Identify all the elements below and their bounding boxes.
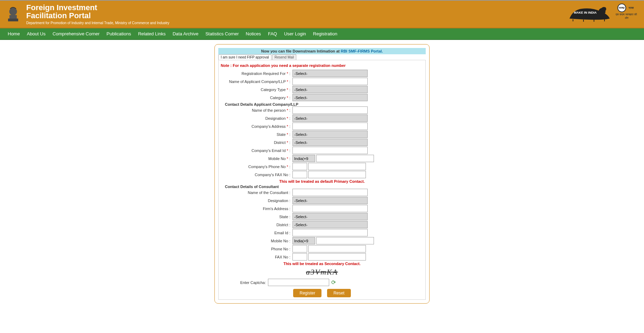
nav-registration[interactable]: Registration	[310, 28, 341, 39]
nav-notices[interactable]: Notices	[242, 28, 264, 39]
label-captcha: Enter Captcha:	[221, 280, 268, 285]
make-in-india-text: MAKE IN INDIA	[574, 11, 597, 14]
select-cat-type[interactable]: -Select-	[292, 86, 368, 93]
reset-button[interactable]: Reset	[327, 289, 351, 297]
label-c-fax: FAX No :	[221, 255, 292, 259]
label-c-addr: Firm's Address :	[221, 207, 292, 211]
label-state: State * :	[221, 132, 292, 137]
input-email[interactable]	[292, 147, 368, 154]
input-company[interactable]	[292, 78, 368, 85]
select-c-desig[interactable]: -Select-	[292, 197, 368, 204]
input-c-fax[interactable]	[308, 253, 366, 261]
label-c-email: Email Id :	[221, 231, 292, 235]
label-person: Name of the person * :	[221, 108, 292, 112]
label-fax: Company's FAX No :	[221, 173, 292, 177]
select-designation[interactable]: -Select-	[292, 115, 368, 122]
info-banner: Now you can file Downstream Intimation a…	[218, 48, 426, 54]
form-tabs: I am sure I need FIFP approval Resend Ma…	[218, 54, 426, 60]
label-c-district: District :	[221, 223, 292, 227]
label-reg-for: Registration Required For * :	[221, 71, 292, 76]
select-reg-for[interactable]: -Select-	[292, 70, 368, 77]
select-district[interactable]: -Select-	[292, 139, 368, 146]
make-in-india-logo: MAKE IN INDIA	[568, 5, 611, 22]
swachh-tagline: एक कदम स्वच्छता की ओर	[615, 13, 638, 20]
input-c-phone-std[interactable]	[292, 245, 307, 252]
input-c-mobile[interactable]	[316, 237, 374, 244]
nav-home[interactable]: Home	[4, 28, 23, 39]
rbi-link[interactable]: RBI SMF-FIRMS Portal.	[341, 49, 383, 53]
site-title: Foreign InvestmentFacilitation Portal	[26, 4, 169, 20]
label-c-desig: Designation :	[221, 199, 292, 203]
select-c-mobile-code[interactable]: India(+91)	[292, 237, 315, 244]
section-consultant: Contact Details of Consultant	[221, 185, 423, 189]
input-phone[interactable]	[308, 163, 366, 170]
label-email: Company's Email Id * :	[221, 148, 292, 153]
label-c-phone: Phone No :	[221, 247, 292, 251]
input-c-email[interactable]	[292, 229, 368, 236]
swachh-circle-1: स्वच्छ	[617, 4, 626, 12]
select-c-district[interactable]: -Select-	[292, 221, 368, 228]
nav-publications[interactable]: Publications	[103, 28, 135, 39]
input-address[interactable]	[292, 123, 368, 130]
swachh-bharat-logo: स्वच्छ भारत एक कदम स्वच्छता की ओर	[615, 4, 638, 23]
site-header: Foreign InvestmentFacilitation Portal De…	[0, 0, 644, 28]
input-phone-std[interactable]	[292, 163, 307, 170]
registration-form: Note : For each application you need a s…	[218, 60, 426, 300]
label-company: Name of Applicant Company/LLP * :	[221, 79, 292, 84]
input-fax[interactable]	[308, 171, 366, 178]
input-c-name[interactable]	[292, 189, 368, 196]
tab-fifp-approval[interactable]: I am sure I need FIFP approval	[218, 54, 271, 60]
label-c-state: State :	[221, 215, 292, 219]
label-designation: Designation * :	[221, 116, 292, 120]
label-district: District * :	[221, 140, 292, 145]
label-address: Company's Address * :	[221, 124, 292, 129]
input-c-fax-std[interactable]	[292, 253, 307, 261]
label-phone: Company's Phone No * :	[221, 165, 292, 169]
select-mobile-code[interactable]: India(+91)	[292, 155, 315, 162]
input-person[interactable]	[292, 106, 368, 114]
header-title-block: Foreign InvestmentFacilitation Portal De…	[26, 4, 169, 25]
section-applicant: Contact Details Applicant Company/LLP	[221, 102, 423, 106]
national-emblem-icon	[5, 5, 21, 24]
nav-statistics[interactable]: Statistics Corner	[202, 28, 242, 39]
input-c-phone[interactable]	[308, 245, 366, 252]
form-note: Note : For each application you need a s…	[221, 62, 423, 70]
nav-login[interactable]: User Login	[281, 28, 310, 39]
label-mobile: Mobile No * :	[221, 157, 292, 161]
select-category[interactable]: -Select-	[292, 94, 368, 101]
nav-archive[interactable]: Data Archive	[169, 28, 202, 39]
tab-resend-mail[interactable]: Resend Mail	[272, 54, 297, 60]
header-logos: MAKE IN INDIA स्वच्छ भारत एक कदम स्वच्छत…	[568, 4, 638, 23]
input-fax-std[interactable]	[292, 171, 307, 178]
nav-comprehensive[interactable]: Comprehensive Corner	[49, 28, 103, 39]
svg-rect-2	[9, 15, 17, 19]
input-c-addr[interactable]	[292, 205, 368, 212]
secondary-contact-note: This will be treated as Secondary Contac…	[221, 262, 423, 266]
label-c-mobile: Mobile No :	[221, 239, 292, 243]
nav-related[interactable]: Related Links	[135, 28, 169, 39]
label-c-name: Name of the Consultant :	[221, 190, 292, 195]
label-cat-type: Category Type * :	[221, 88, 292, 92]
register-button[interactable]: Register	[293, 289, 321, 297]
primary-contact-note: This will be treated as default Primary …	[221, 179, 423, 183]
input-mobile[interactable]	[316, 155, 374, 162]
nav-faq[interactable]: FAQ	[264, 28, 281, 39]
select-state[interactable]: -Select-	[292, 131, 368, 138]
captcha-image: a3VmKA	[301, 267, 343, 277]
refresh-captcha-icon[interactable]: ⟳	[331, 279, 336, 286]
swachh-circle-2: भारत	[627, 4, 636, 12]
label-category: Category * :	[221, 96, 292, 100]
form-container: Now you can file Downstream Intimation a…	[214, 44, 430, 304]
svg-rect-0	[8, 19, 18, 21]
nav-about[interactable]: About Us	[23, 28, 49, 39]
select-c-state[interactable]: -Select-	[292, 213, 368, 220]
input-captcha[interactable]	[268, 279, 329, 286]
main-nav: Home About Us Comprehensive Corner Publi…	[0, 28, 644, 40]
site-subtitle: Department for Promotion of Industry and…	[26, 21, 169, 25]
